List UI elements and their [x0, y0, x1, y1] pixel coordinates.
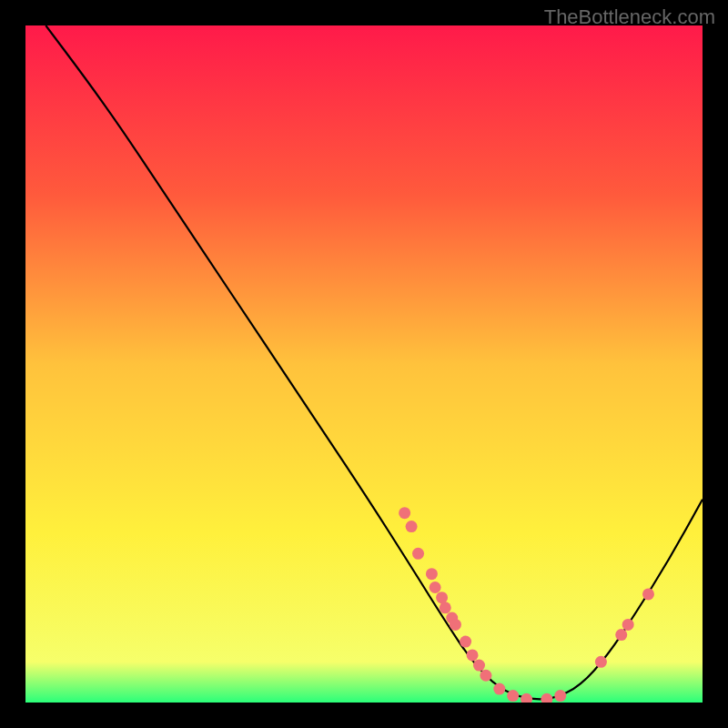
data-marker: [406, 521, 418, 532]
data-marker: [480, 670, 491, 682]
data-marker: [430, 581, 441, 593]
data-marker: [450, 619, 461, 631]
data-marker: [399, 507, 410, 519]
data-marker: [642, 588, 654, 600]
data-marker: [440, 602, 451, 613]
data-marker: [412, 548, 424, 560]
data-marker: [507, 690, 519, 702]
bottleneck-chart: [25, 25, 703, 703]
data-marker: [622, 619, 634, 631]
data-marker: [595, 656, 607, 668]
data-marker: [473, 660, 485, 672]
watermark-text: TheBottleneck.com: [544, 5, 715, 29]
data-marker: [426, 568, 438, 580]
data-marker: [615, 629, 627, 641]
chart-background: [25, 25, 703, 703]
data-marker: [467, 649, 479, 661]
data-marker: [436, 592, 448, 603]
data-marker: [460, 636, 471, 648]
data-marker: [554, 690, 566, 702]
data-marker: [493, 683, 505, 695]
